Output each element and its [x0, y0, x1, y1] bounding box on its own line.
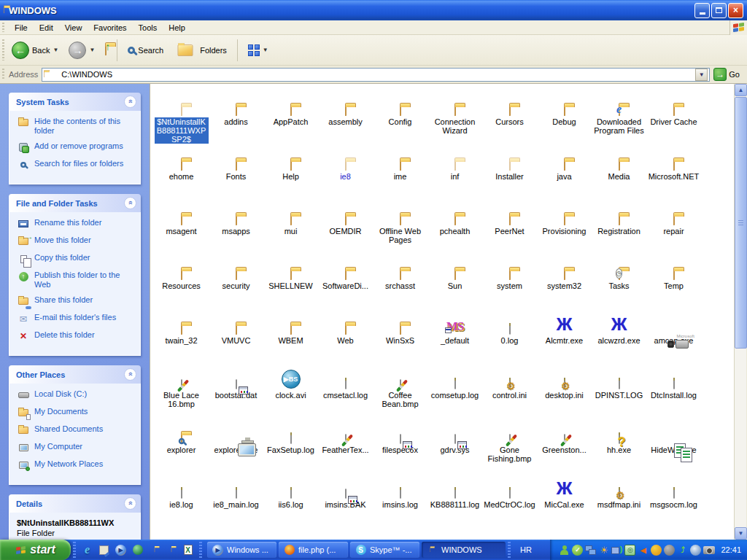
file-item[interactable]: iis6.log — [263, 472, 318, 526]
file-item[interactable]: msagent — [154, 198, 209, 253]
file-item[interactable]: srchasst — [373, 253, 427, 308]
sidebar-item[interactable]: My Computer — [17, 442, 136, 454]
minimize-button[interactable] — [694, 3, 710, 18]
file-item[interactable]: twain_32 — [154, 308, 209, 362]
scroll-down-icon[interactable]: ▼ — [735, 527, 747, 540]
file-item[interactable]: Coffee Bean.bmp — [373, 362, 427, 417]
address-dropdown-icon[interactable]: ▼ — [695, 69, 708, 81]
messenger-icon[interactable] — [559, 545, 570, 556]
file-item[interactable]: imsins.log — [373, 472, 427, 526]
file-item[interactable]: Greenston... — [537, 417, 592, 472]
file-item[interactable]: comsetup.log — [427, 362, 482, 417]
file-item[interactable]: WinSxS — [373, 308, 427, 362]
menu-item-file[interactable]: File — [9, 22, 34, 34]
sidebar-item[interactable]: Share this folder — [17, 295, 136, 307]
language-indicator[interactable]: HR — [513, 545, 539, 554]
file-item[interactable]: Cursors — [482, 89, 537, 144]
scroll-up-icon[interactable]: ▲ — [735, 84, 747, 96]
file-item[interactable]: ehome — [154, 144, 209, 198]
globe-icon[interactable] — [131, 544, 144, 556]
restore-button[interactable] — [711, 3, 727, 18]
folders-button[interactable]: Folders — [171, 40, 230, 61]
collapse-chevron-icon[interactable]: » — [124, 497, 136, 510]
menu-item-edit[interactable]: Edit — [34, 22, 59, 34]
address-grip[interactable] — [2, 69, 4, 80]
sidebar-item[interactable]: My Network Places — [17, 459, 136, 471]
file-item[interactable]: Gone Fishing.bmp — [482, 417, 537, 472]
excel-icon[interactable]: X — [182, 544, 194, 556]
file-item[interactable] — [373, 526, 427, 540]
vertical-scrollbar[interactable]: ▲ ▼ — [734, 84, 746, 540]
file-item[interactable]: ⚙ — [646, 526, 701, 540]
orange-ball-icon[interactable] — [651, 545, 662, 556]
file-item[interactable]: assembly — [318, 89, 373, 144]
removable-hardware-icon[interactable] — [690, 545, 701, 556]
file-item[interactable]: Debug — [537, 89, 592, 144]
file-item[interactable]: FeatherTex... — [318, 417, 373, 472]
file-item[interactable]: msgsocm.log — [646, 472, 701, 526]
file-item[interactable]: Offline Web Pages — [373, 198, 427, 253]
file-item[interactable]: Config — [373, 89, 427, 144]
file-item[interactable]: DtcInstall.log — [646, 362, 701, 417]
file-item[interactable]: VMUVC — [209, 308, 263, 362]
search-button[interactable]: Search — [125, 44, 166, 56]
file-item[interactable]: ЖMicCal.exe — [537, 472, 592, 526]
file-item[interactable]: Driver Cache — [646, 89, 701, 144]
file-item[interactable]: ▶BSclock.avi — [263, 362, 318, 417]
sidebar-item[interactable]: Hide the contents of this folder — [17, 117, 136, 136]
file-item[interactable]: ⚙control.ini — [482, 362, 537, 417]
collapse-chevron-icon[interactable]: » — [124, 368, 136, 381]
file-item[interactable]: Blue Lace 16.bmp — [154, 362, 209, 417]
file-item[interactable]: addins — [209, 89, 263, 144]
file-item[interactable]: msapps — [209, 198, 263, 253]
sidebar-item[interactable]: Search for files or folders — [17, 159, 136, 171]
file-item[interactable]: java — [537, 144, 592, 198]
file-item[interactable]: filespec6x — [373, 417, 427, 472]
sidebar-item[interactable]: Copy this folder — [17, 253, 136, 265]
file-item[interactable]: OEMDIR — [318, 198, 373, 253]
webcam-icon[interactable] — [664, 545, 675, 556]
close-button[interactable]: × — [728, 3, 743, 18]
ie-icon[interactable]: e — [81, 544, 93, 556]
file-item[interactable] — [318, 526, 373, 540]
file-item[interactable]: Connection Wizard — [427, 89, 482, 144]
start-button[interactable]: start — [0, 540, 71, 560]
forward-button[interactable]: → ▼ — [66, 40, 98, 61]
file-item[interactable]: mui — [263, 198, 318, 253]
menu-item-tools[interactable]: Tools — [133, 22, 163, 34]
file-item[interactable] — [482, 526, 537, 540]
file-item[interactable] — [263, 526, 318, 540]
file-item[interactable]: explorer.exe — [209, 417, 263, 472]
folder-icon[interactable] — [426, 544, 438, 556]
leaf-icon[interactable]: ⤴ — [677, 545, 688, 556]
file-item[interactable]: ◷Tasks — [592, 253, 646, 308]
forward-dropdown-icon[interactable]: ▼ — [89, 47, 95, 53]
sidebar-item[interactable]: Shared Documents — [17, 424, 136, 436]
panel-header-other-places[interactable]: Other Places» — [9, 365, 141, 384]
back-button[interactable]: ← Back ▼ — [9, 40, 61, 61]
wireless-network-icon[interactable] — [611, 545, 622, 556]
skype-icon[interactable]: S — [355, 544, 367, 556]
title-bar[interactable]: WINDOWS × — [0, 0, 747, 20]
collapse-chevron-icon[interactable]: » — [124, 197, 136, 209]
panel-header-details[interactable]: Details» — [9, 494, 141, 513]
file-item[interactable]: eDownloaded Program Files — [592, 89, 646, 144]
file-item[interactable]: repair — [646, 198, 701, 253]
sidebar-item[interactable]: Local Disk (C:) — [17, 389, 136, 401]
file-item[interactable]: ⚙ — [592, 526, 646, 540]
sidebar-item[interactable]: →Move this folder — [17, 236, 136, 247]
file-item[interactable]: cmsetacl.log — [318, 362, 373, 417]
file-item[interactable]: Help — [263, 144, 318, 198]
file-item[interactable]: Provisioning — [537, 198, 592, 253]
taskbar-button[interactable]: ▶Windows ... — [207, 542, 276, 558]
green-app-icon[interactable]: ◎ — [624, 545, 635, 556]
folder-icon[interactable] — [148, 544, 160, 556]
menu-item-view[interactable]: View — [59, 22, 88, 34]
file-item[interactable] — [537, 526, 592, 540]
network-computers-icon[interactable] — [585, 545, 596, 556]
media-player-icon[interactable]: ▶ — [115, 544, 127, 556]
file-item[interactable]: explorer — [154, 417, 209, 472]
file-item[interactable]: KB888111.log — [427, 472, 482, 526]
file-item[interactable]: Web — [318, 308, 373, 362]
file-item[interactable] — [427, 526, 482, 540]
